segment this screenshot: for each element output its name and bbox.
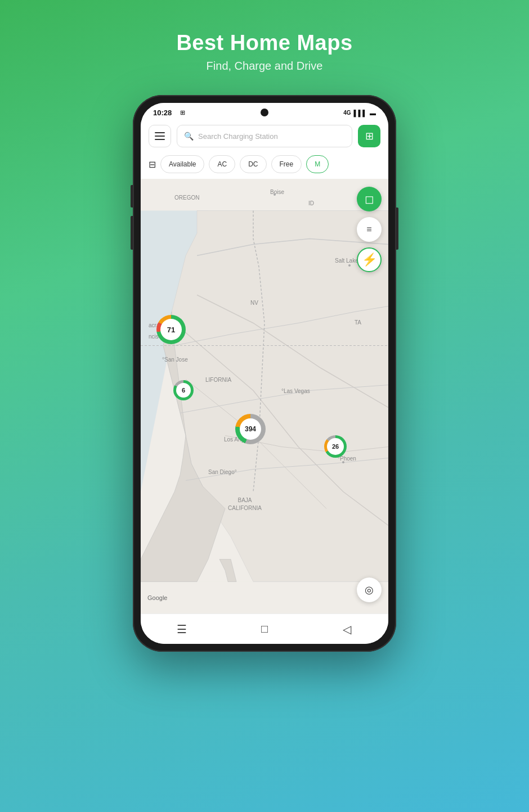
filter-chip-dc[interactable]: DC	[240, 155, 266, 173]
nav-home-button[interactable]: □	[248, 619, 281, 639]
charge-icon: ⚡	[362, 252, 377, 267]
cluster-394-num: 394	[245, 425, 256, 433]
signal-icon: ▌▌▌	[354, 110, 367, 116]
nav-menu-button[interactable]: ☰	[165, 619, 199, 639]
status-bar: 10:28 ⊞ 4G ▌▌▌ ▬	[141, 103, 388, 120]
list-icon: ≡	[366, 225, 371, 234]
network-icon: 4G	[343, 110, 351, 116]
filter-tune-icon: ⊟	[149, 159, 156, 170]
charge-button[interactable]: ⚡	[357, 247, 382, 272]
list-view-button[interactable]: ≡	[357, 217, 382, 242]
hamburger-icon	[155, 132, 165, 140]
nav-menu-icon: ☰	[177, 622, 187, 636]
map-area: OREGON ID NV LIFORNIA BAJACALIFORNIA Sal…	[141, 179, 388, 613]
nav-back-icon: ◁	[343, 622, 351, 636]
map-view-icon: ◻	[365, 192, 374, 206]
search-input[interactable]: 🔍 Search Charging Station	[177, 125, 352, 147]
nav-back-button[interactable]: ◁	[330, 619, 364, 639]
qr-button[interactable]: ⊞	[358, 125, 380, 147]
filter-chip-free[interactable]: Free	[271, 155, 302, 173]
cluster-6[interactable]: 6	[173, 380, 194, 400]
cluster-71[interactable]: 71	[156, 315, 186, 344]
cluster-71-num: 71	[167, 326, 175, 334]
filter-chip-available[interactable]: Available	[160, 155, 204, 173]
filter-bar: ⊟ Available AC DC Free M	[141, 152, 388, 179]
phone-frame: 10:28 ⊞ 4G ▌▌▌ ▬ 🔍 Search Charging Stati…	[133, 95, 396, 652]
filter-chip-m[interactable]: M	[306, 155, 329, 173]
status-camera	[261, 109, 268, 116]
cluster-26-num: 26	[332, 443, 339, 450]
status-teams-icon: ⊞	[180, 109, 185, 116]
battery-icon: ▬	[370, 110, 376, 116]
page-subtitle: Find, Charge and Drive	[176, 60, 352, 73]
nav-bar: ☰ □ ◁	[141, 613, 388, 644]
cluster-394[interactable]: 394	[235, 414, 266, 444]
filter-chip-ac[interactable]: AC	[209, 155, 235, 173]
status-time: 10:28	[153, 109, 172, 117]
status-icons: 4G ▌▌▌ ▬	[343, 110, 376, 116]
page-header: Best Home Maps Find, Charge and Drive	[176, 0, 352, 89]
fab-container: ◻ ≡ ⚡	[357, 187, 382, 272]
cluster-6-num: 6	[182, 387, 185, 394]
map-view-button[interactable]: ◻	[357, 187, 382, 211]
phone-screen: 10:28 ⊞ 4G ▌▌▌ ▬ 🔍 Search Charging Stati…	[141, 103, 388, 644]
page-title: Best Home Maps	[176, 31, 352, 55]
nav-home-icon: □	[261, 622, 268, 635]
menu-button[interactable]	[149, 125, 171, 147]
search-area: 🔍 Search Charging Station ⊞	[141, 120, 388, 152]
search-icon: 🔍	[184, 132, 194, 141]
location-button[interactable]: ◎	[357, 578, 382, 602]
qr-icon: ⊞	[365, 130, 374, 142]
search-placeholder-text: Search Charging Station	[198, 132, 278, 141]
cluster-26[interactable]: 26	[324, 435, 347, 458]
location-icon: ◎	[365, 584, 374, 596]
